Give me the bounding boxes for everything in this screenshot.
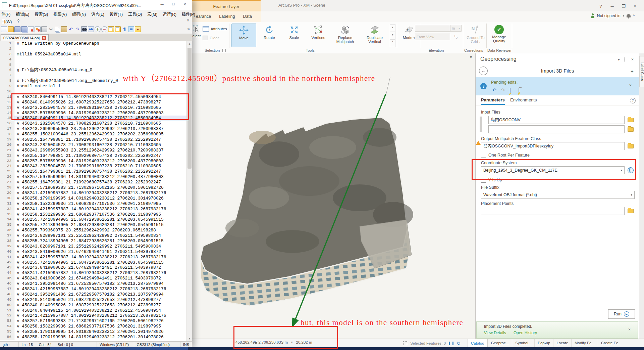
input-files-browse-button[interactable] [627, 116, 635, 124]
menu-item[interactable]: 运行(R) [163, 11, 176, 17]
gallery-up-icon[interactable] [390, 25, 395, 32]
notepad-maximize-icon[interactable]: □ [168, 0, 179, 8]
undo-icon[interactable] [68, 26, 74, 32]
pane-tab[interactable]: Pop-up [534, 339, 553, 348]
scene-menu-caret-icon[interactable] [470, 55, 472, 59]
menu-item[interactable]: 语言(L) [91, 11, 104, 17]
windows-taskbar[interactable] [0, 347, 644, 350]
copy-icon[interactable] [55, 27, 59, 32]
elevation-unit-select[interactable]: m [450, 25, 462, 32]
gallery-expand-icon[interactable] [390, 40, 395, 47]
scroll-down-icon[interactable] [187, 336, 192, 341]
menubar-close-icon[interactable] [187, 18, 189, 23]
cut-icon[interactable] [48, 26, 54, 32]
tool-help-icon[interactable] [630, 98, 636, 103]
view-details-link[interactable]: View Details [484, 331, 506, 335]
notepad-minimize-icon[interactable] [156, 0, 168, 8]
taskbar-active-app[interactable] [50, 347, 188, 350]
paste-icon[interactable] [61, 26, 67, 32]
input-files-browse-button-2[interactable] [627, 125, 635, 133]
zoom-in-icon[interactable] [95, 26, 101, 32]
elevation-value-input[interactable] [415, 25, 450, 32]
output-browse-button[interactable] [627, 142, 635, 150]
clear-button[interactable]: Clear [203, 36, 219, 40]
add-tool-icon[interactable] [631, 68, 634, 74]
sync-h-icon[interactable] [115, 26, 121, 32]
run-button[interactable]: Run [608, 309, 635, 319]
pause-drawing-icon[interactable] [449, 342, 453, 345]
multivalue-handle[interactable] [480, 117, 482, 132]
pane-tab[interactable]: Catalog [468, 339, 488, 348]
collapse-ribbon-icon[interactable]: ^ [633, 14, 635, 18]
panel-close-icon[interactable] [631, 57, 634, 62]
print-icon[interactable] [41, 26, 47, 32]
pane-tab[interactable]: Symbol... [512, 339, 534, 348]
sync-v-icon[interactable] [108, 26, 114, 32]
code-editor[interactable]: 1 # file written by OpenSceneGraph 2 3 m… [0, 41, 186, 341]
ribbon-tab[interactable]: Data [239, 11, 256, 19]
vertices-tool[interactable]: Vertices [306, 24, 331, 47]
menu-item[interactable]: 设置(T) [110, 11, 123, 17]
close-all-icon[interactable] [35, 26, 41, 32]
pane-tab[interactable]: Modify Fe... [571, 339, 598, 348]
close-icon[interactable] [629, 2, 641, 10]
menu-item[interactable]: 编辑(E) [16, 11, 29, 17]
indent-guide-icon[interactable] [128, 26, 134, 32]
tab-environments[interactable]: Environments [510, 97, 537, 102]
tab-parameters[interactable]: Parameters [481, 97, 505, 105]
menu-item[interactable]: 搜索(S) [35, 11, 48, 17]
set-z-icon[interactable]: +z [453, 34, 458, 40]
pane-tab[interactable]: Geoproc... [488, 339, 512, 348]
pending-close-icon[interactable] [629, 83, 632, 88]
input-files-field-2[interactable] [488, 125, 625, 133]
open-folder-icon[interactable] [8, 26, 14, 32]
panel-menu-caret-icon[interactable] [618, 57, 620, 62]
menu-item[interactable]: 工具(O) [128, 11, 142, 17]
select-tool[interactable]: elect [193, 25, 201, 45]
tab-close-icon[interactable]: ✕ [42, 36, 46, 40]
scroll-up-icon[interactable] [187, 41, 192, 46]
ground-to-grid-tool[interactable]: N Ground To Grid [464, 24, 487, 47]
coordinate-readout[interactable]: 458,262.49E 2,706,230.63S m 20.202 m [235, 340, 312, 344]
y-is-up-checkbox[interactable] [481, 178, 486, 183]
notifications-bell-icon[interactable] [627, 14, 631, 17]
menu-item[interactable]: 件(F) [1, 11, 10, 17]
paragraph-icon[interactable] [121, 26, 127, 32]
menu-item[interactable]: 口(W) [1, 18, 12, 24]
save-all-icon[interactable] [21, 26, 27, 32]
scrollbar-thumb[interactable] [187, 48, 192, 169]
panel-pin-icon[interactable] [625, 57, 625, 62]
placement-points-field[interactable] [481, 207, 625, 215]
spatial-reference-button[interactable] [627, 166, 635, 174]
redo-icon[interactable]: ↷ [501, 87, 505, 93]
undo-icon[interactable]: ↶ [492, 87, 496, 93]
from-view-input[interactable]: From View [415, 34, 450, 40]
pane-tab[interactable]: Locate [553, 339, 571, 348]
discard-edits-icon[interactable] [519, 88, 519, 93]
menu-item[interactable]: 宏(M) [147, 11, 157, 17]
minimize-icon[interactable] [606, 2, 618, 10]
output-field[interactable]: 岛内OSGCONV_Import3DFilesxzyfuy [481, 142, 625, 150]
zoom-out-icon[interactable] [101, 26, 107, 32]
scene-view[interactable] [192, 53, 475, 339]
save-icon[interactable] [14, 26, 20, 32]
signin-area[interactable]: Not signed in ^ [591, 13, 635, 18]
find-icon[interactable] [81, 26, 87, 32]
label-class-tab[interactable]: Label Class [639, 56, 644, 87]
replace-icon[interactable] [88, 26, 94, 32]
new-file-icon[interactable] [1, 26, 7, 32]
rotate-tool[interactable]: Rotate [257, 24, 282, 47]
selection-dialog-launcher-icon[interactable] [222, 49, 226, 52]
close-doc-icon[interactable] [28, 26, 34, 32]
tools-gallery-scrollbar[interactable] [390, 24, 395, 47]
maximize-icon[interactable] [618, 2, 629, 10]
attributes-button[interactable]: Attributes [203, 26, 227, 32]
menu-item[interactable]: 插件(P) [182, 11, 195, 17]
save-edits-icon[interactable] [510, 88, 511, 94]
manage-quality-tool[interactable]: Manage Quality [487, 24, 511, 47]
scale-tool[interactable]: Scale [282, 24, 307, 47]
menu-item[interactable]: 视图(V) [53, 11, 67, 17]
notepad-close-icon[interactable] [179, 0, 191, 8]
input-files-field[interactable]: 岛内OSGCONV [488, 116, 625, 124]
file-tab[interactable]: 059243a005a014.obj ✕ [1, 34, 49, 41]
